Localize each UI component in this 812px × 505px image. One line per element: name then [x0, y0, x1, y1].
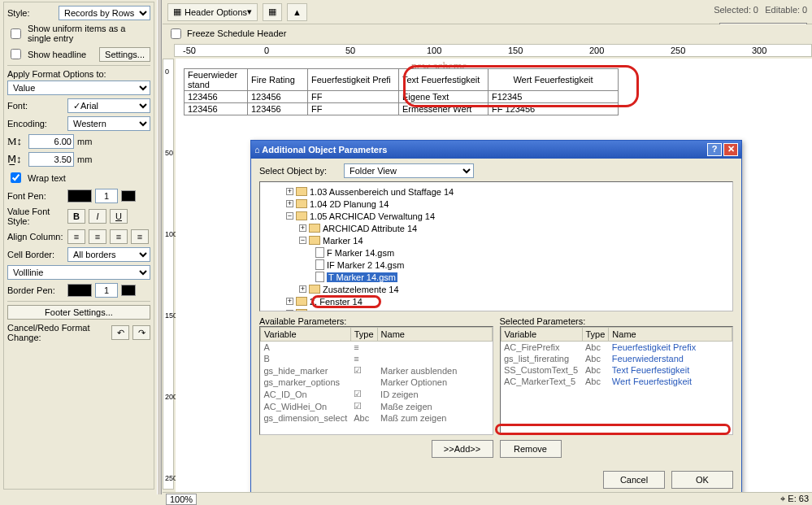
- add-button[interactable]: >>Add>>: [432, 440, 493, 458]
- export-button[interactable]: ▲: [287, 3, 307, 21]
- col-header[interactable]: Wert Feuerfestigkeit: [489, 69, 619, 91]
- select-by-combo[interactable]: Folder View: [344, 163, 474, 178]
- header-options-button[interactable]: ▦ Header Options ▾: [167, 3, 258, 21]
- help-button[interactable]: ?: [707, 143, 722, 156]
- object-tree[interactable]: +1.03 Aussenbereich und Staffage 14 +1.0…: [259, 181, 733, 311]
- height-input[interactable]: [28, 152, 74, 167]
- list-item[interactable]: SS_CustomText_5AbcText Feuerfestigkeit: [501, 364, 732, 376]
- cancel-button[interactable]: Cancel: [603, 471, 665, 489]
- col-header[interactable]: Feuerfestigkeit Prefi: [308, 69, 399, 91]
- list-item[interactable]: gs_marker_optionsMarker Optionen: [261, 377, 493, 388]
- tree-toggle[interactable]: +: [286, 298, 293, 305]
- available-list[interactable]: VariableTypeName A≡ B≡ gs_hide_marker☑Ma…: [259, 326, 493, 435]
- style-select[interactable]: Records by Rows: [59, 6, 150, 20]
- splitter[interactable]: [157, 0, 162, 494]
- coord-display: ⌖ E: 63: [780, 494, 809, 504]
- tree-toggle[interactable]: +: [299, 285, 306, 293]
- cancel-redo-label: Cancel/Redo Format Change:: [7, 323, 108, 342]
- col-header[interactable]: Text Feuerfestigkeit: [399, 69, 489, 91]
- ok-button[interactable]: OK: [671, 471, 733, 489]
- encoding-label: Encoding:: [7, 119, 64, 128]
- horizontal-ruler: -500 50100 150200 250300: [174, 44, 812, 57]
- cell-border-label: Cell Border:: [7, 250, 64, 259]
- border-pen-swatch[interactable]: [67, 284, 92, 297]
- tree-toggle[interactable]: −: [299, 237, 306, 244]
- tree-toggle[interactable]: +: [299, 224, 306, 232]
- list-item[interactable]: AC_ID_On☑ID zeigen: [261, 388, 493, 400]
- footer-settings-button[interactable]: Footer Settings...: [7, 305, 150, 320]
- align-left[interactable]: ≡: [67, 229, 85, 244]
- selected-list[interactable]: VariableTypeName AC_FirePrefixAbcFeuerfe…: [500, 326, 734, 435]
- file-icon: [315, 259, 324, 270]
- border-pen-label: Border Pen:: [7, 285, 64, 295]
- headline-check[interactable]: [11, 49, 21, 59]
- style-label: Style:: [7, 8, 55, 18]
- vertical-ruler: 050 100150 200250: [163, 59, 174, 490]
- merge-button[interactable]: ▦: [263, 3, 282, 21]
- table-row: 123456123456FFEigene TextF12345: [185, 91, 619, 103]
- tree-toggle[interactable]: +: [286, 310, 293, 311]
- tree-selected-item[interactable]: T Marker 14.gsm: [327, 272, 397, 282]
- undo-button[interactable]: ↶: [111, 325, 129, 340]
- vfs-label: Value Font Style:: [7, 207, 64, 226]
- list-item[interactable]: gs_list_fireratingAbcFeuerwiederstand: [501, 353, 732, 364]
- align-right[interactable]: ≡: [110, 229, 128, 244]
- zoom-display[interactable]: 100%: [166, 494, 197, 505]
- folder-icon: [296, 187, 307, 196]
- additional-params-dialog: ⌂ Additional Object Parameters ? ✕ Selec…: [250, 140, 742, 496]
- list-item[interactable]: A≡: [261, 342, 493, 354]
- folder-icon: [296, 309, 307, 311]
- folder-icon: [296, 199, 307, 208]
- italic-button[interactable]: I: [89, 209, 106, 224]
- redo-button[interactable]: ↷: [132, 325, 150, 340]
- underline-button[interactable]: U: [110, 209, 128, 224]
- m-height-icon: M̲↕: [7, 153, 25, 166]
- file-icon: [315, 247, 324, 258]
- font-pen-num[interactable]: [95, 189, 118, 203]
- status-bar: 100% ⌖ E: 63: [163, 492, 812, 505]
- border-pen-preview: [121, 285, 136, 296]
- apply-select[interactable]: Value: [7, 81, 150, 95]
- list-item[interactable]: AC_WidHei_On☑Maße zeigen: [261, 400, 493, 412]
- toolbar: ▦ Header Options ▾ ▦ ▲ Selected: 0 Edita…: [163, 0, 812, 24]
- col-header[interactable]: Feuerwieder stand: [185, 69, 248, 91]
- encoding-select[interactable]: Western: [67, 116, 150, 131]
- col-header[interactable]: Fire Rating: [248, 69, 308, 91]
- wrap-check[interactable]: [11, 172, 21, 183]
- select-by-label: Select Object by:: [259, 166, 341, 176]
- file-icon: [315, 272, 324, 282]
- align-dist[interactable]: ≡: [131, 229, 149, 244]
- border-pen-num[interactable]: [95, 283, 118, 298]
- folder-icon: [309, 236, 320, 245]
- font-select[interactable]: ✓Arial: [67, 98, 150, 113]
- close-button[interactable]: ✕: [723, 143, 738, 156]
- tree-toggle[interactable]: +: [286, 188, 293, 195]
- font-pen-label: Font Pen:: [7, 191, 64, 201]
- list-item[interactable]: AC_MarkerText_5AbcWert Feuerfestigkeit: [501, 376, 732, 387]
- align-center[interactable]: ≡: [89, 229, 106, 244]
- folder-icon: [296, 297, 307, 306]
- table-header-row: Feuerwieder stand Fire Rating Feuerfesti…: [185, 69, 619, 91]
- list-item[interactable]: gs_hide_marker☑Marker ausblenden: [261, 364, 493, 377]
- available-label: Available Parameters:: [259, 316, 493, 326]
- selected-label: Selected Parameters:: [500, 316, 734, 326]
- list-item[interactable]: B≡: [261, 353, 493, 364]
- app-icon: ⌂: [254, 145, 260, 155]
- list-item[interactable]: AC_FirePrefixAbcFeuerfestigkeit Prefix: [501, 342, 732, 354]
- tree-toggle[interactable]: +: [286, 200, 293, 207]
- table-row: 123456123456FFErmessener WertFF 123456: [185, 103, 619, 115]
- freeze-check[interactable]: [171, 28, 181, 39]
- list-item[interactable]: gs_dimension_selectAbcMaß zum zeigen: [261, 412, 493, 424]
- settings-button[interactable]: Settings...: [99, 47, 150, 62]
- font-pen-swatch[interactable]: [67, 189, 92, 202]
- cell-border-select[interactable]: All borders: [67, 247, 150, 262]
- bold-button[interactable]: B: [67, 209, 85, 224]
- tree-toggle[interactable]: −: [286, 212, 293, 220]
- uniform-check[interactable]: [11, 28, 21, 39]
- dialog-titlebar[interactable]: ⌂ Additional Object Parameters ? ✕: [251, 141, 741, 159]
- remove-button[interactable]: Remove: [500, 440, 562, 458]
- width-input[interactable]: [28, 134, 74, 149]
- freeze-label: Freeze Schedule Header: [187, 28, 286, 38]
- line-style-select[interactable]: Volllinie: [7, 265, 150, 280]
- unit2: mm: [77, 155, 92, 164]
